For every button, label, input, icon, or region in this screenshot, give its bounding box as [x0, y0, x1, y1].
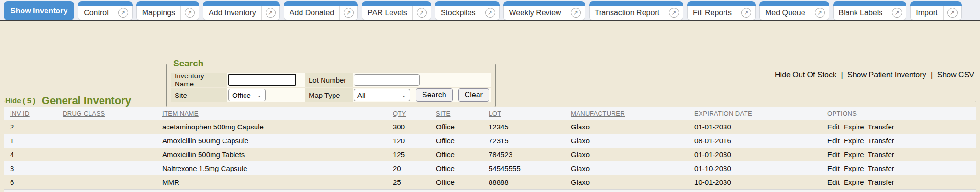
- hide-count-link[interactable]: Hide ( 5 ): [5, 96, 35, 105]
- col-header-drug-class[interactable]: DRUG CLASS: [57, 107, 156, 120]
- col-header-options: OPTIONS: [822, 107, 976, 120]
- edit-link[interactable]: Edit: [827, 137, 840, 145]
- tab-cap: [362, 1, 431, 6]
- tab-label: Import: [911, 9, 943, 17]
- cell-site: Office: [430, 175, 483, 190]
- popout-icon[interactable]: ↗: [266, 8, 276, 18]
- cell-manufacturer: Glaxo: [565, 175, 689, 190]
- cell-item-name: Amoxicillin 500mg Capsule: [156, 134, 387, 148]
- col-header-qty[interactable]: QTY: [387, 107, 430, 120]
- col-header-item-name[interactable]: ITEM NAME: [156, 107, 387, 120]
- tab-add-donated[interactable]: Add Donated ↗: [284, 1, 358, 20]
- cell-options: Edit Expire Transfer: [822, 175, 976, 190]
- tab-add-inventory[interactable]: Add Inventory ↗: [203, 1, 280, 20]
- tab-popout-area: ↗: [811, 6, 829, 20]
- lot-number-input[interactable]: [354, 74, 420, 86]
- tab-popout-area: ↗: [737, 6, 755, 20]
- tab-par-levels[interactable]: PAR Levels ↗: [362, 1, 431, 20]
- cell-drug-class: [57, 120, 156, 134]
- table-row: 2 acetaminophen 500mg Capsule 300 Office…: [4, 120, 976, 134]
- header-links: Hide Out Of Stock | Show Patient Invento…: [775, 71, 974, 79]
- tab-popout-area: ↗: [261, 6, 279, 20]
- popout-icon[interactable]: ↗: [344, 8, 354, 18]
- popout-icon[interactable]: ↗: [118, 8, 128, 18]
- lot-number-cell: [353, 73, 491, 87]
- tab-label: Add Inventory: [203, 9, 261, 17]
- cell-site: Office: [430, 134, 483, 148]
- col-header-site[interactable]: SITE: [430, 107, 483, 120]
- popout-icon[interactable]: ↗: [669, 8, 679, 18]
- cell-drug-class: [57, 134, 156, 148]
- edit-link[interactable]: Edit: [827, 178, 840, 186]
- cell-inv-id: 1: [4, 134, 57, 148]
- expire-link[interactable]: Expire: [844, 137, 864, 145]
- expire-link[interactable]: Expire: [844, 150, 864, 159]
- popout-icon[interactable]: ↗: [417, 8, 427, 18]
- paging-status: DISPLAYING 1-5 / 5: [4, 190, 976, 192]
- tab-stockpiles[interactable]: Stockpiles ↗: [435, 1, 500, 20]
- tab-transaction-report[interactable]: Transaction Report ↗: [589, 1, 683, 20]
- tab-cap: [203, 1, 280, 6]
- tab-popout-area: ↗: [481, 6, 499, 20]
- edit-link[interactable]: Edit: [827, 150, 840, 159]
- tab-fill-reports[interactable]: Fill Reports ↗: [687, 1, 756, 20]
- table-row: 4 Amoxicillin 500mg Tablets 125 Office 7…: [4, 148, 976, 161]
- tab-import[interactable]: Import ↗: [910, 1, 961, 20]
- search-panel-legend: Search: [171, 58, 205, 69]
- popout-icon[interactable]: ↗: [815, 8, 825, 18]
- tab-cap: [687, 1, 756, 6]
- table-row: 3 Naltrexone 1.5mg Capsule 20 Office 545…: [4, 161, 976, 175]
- popout-icon[interactable]: ↗: [571, 8, 581, 18]
- tab-weekly-review[interactable]: Weekly Review ↗: [503, 1, 585, 20]
- table-row: 1 Amoxicillin 500mg Capsule 120 Office 7…: [4, 134, 976, 148]
- col-header-lot[interactable]: LOT: [483, 107, 565, 120]
- expire-link[interactable]: Expire: [844, 164, 864, 172]
- tab-cap: [78, 1, 133, 6]
- transfer-link[interactable]: Transfer: [868, 150, 894, 159]
- transfer-link[interactable]: Transfer: [868, 137, 894, 145]
- tab-popout-area: ↗: [180, 6, 199, 20]
- tab-label: Mappings: [137, 9, 180, 17]
- hide-out-of-stock-link[interactable]: Hide Out Of Stock: [775, 71, 836, 79]
- edit-link[interactable]: Edit: [827, 123, 840, 131]
- tab-show-inventory[interactable]: Show Inventory: [4, 1, 74, 20]
- popout-icon[interactable]: ↗: [741, 8, 751, 18]
- transfer-link[interactable]: Transfer: [868, 178, 894, 186]
- popout-icon[interactable]: ↗: [947, 8, 958, 18]
- expire-link[interactable]: Expire: [844, 123, 864, 131]
- cell-inv-id: 2: [4, 120, 57, 134]
- popout-icon[interactable]: ↗: [185, 8, 195, 18]
- tab-popout-area: ↗: [339, 6, 357, 20]
- tab-blank-labels[interactable]: Blank Labels ↗: [833, 1, 907, 20]
- cell-lot: 12345: [483, 120, 565, 134]
- cell-manufacturer: Glaxo: [565, 134, 689, 148]
- popout-icon[interactable]: ↗: [485, 8, 495, 18]
- tab-med-queue[interactable]: Med Queue ↗: [759, 1, 829, 20]
- cell-qty: 120: [387, 134, 430, 148]
- tab-control[interactable]: Control ↗: [78, 1, 133, 20]
- link-separator: |: [841, 71, 843, 79]
- cell-lot: 72315: [483, 134, 565, 148]
- transfer-link[interactable]: Transfer: [868, 164, 894, 172]
- inventory-name-cell: [227, 73, 305, 87]
- tab-cap: [435, 1, 500, 6]
- edit-link[interactable]: Edit: [827, 164, 840, 172]
- col-header-inv-id[interactable]: INV ID: [4, 107, 57, 120]
- show-csv-link[interactable]: Show CSV: [937, 71, 974, 79]
- tab-mappings[interactable]: Mappings ↗: [136, 1, 199, 20]
- popout-icon[interactable]: ↗: [892, 8, 902, 18]
- cell-manufacturer: Glaxo: [565, 148, 689, 161]
- col-header-manufacturer[interactable]: MANUFACTURER: [565, 107, 689, 120]
- tab-popout-area: ↗: [412, 6, 431, 20]
- tab-label: Control: [78, 9, 114, 17]
- cell-options: Edit Expire Transfer: [822, 134, 976, 148]
- tab-cap: [759, 1, 829, 6]
- search-row-1: Inventory Name Lot Number: [171, 73, 491, 87]
- show-patient-inventory-link[interactable]: Show Patient Inventory: [847, 71, 926, 79]
- cell-manufacturer: Glaxo: [565, 120, 689, 134]
- expire-link[interactable]: Expire: [844, 178, 864, 186]
- inventory-name-input[interactable]: [228, 74, 296, 86]
- tab-cap: [503, 1, 585, 6]
- cell-drug-class: [57, 175, 156, 190]
- transfer-link[interactable]: Transfer: [868, 123, 894, 131]
